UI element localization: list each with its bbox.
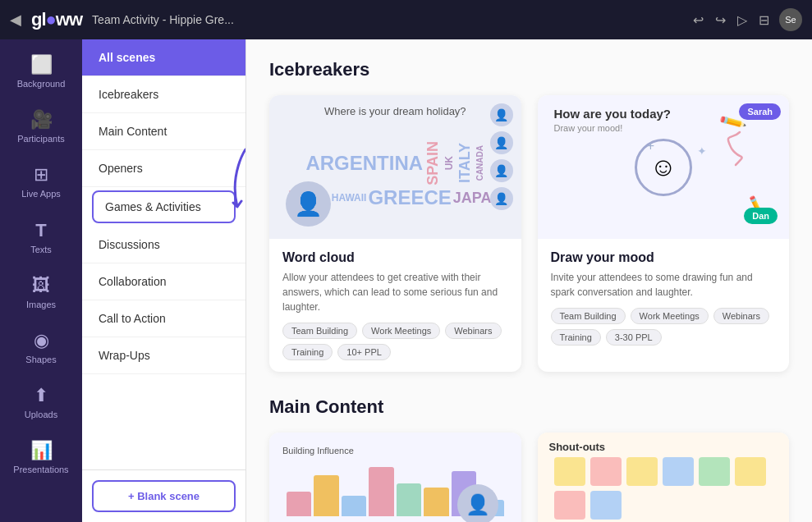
word-cloud-avatars: 👤 👤 👤 👤 <box>490 103 513 210</box>
sticky-4 <box>663 457 694 486</box>
shoutouts-card[interactable]: Shout-outs <box>538 433 790 522</box>
sidebar-item-texts[interactable]: T Texts <box>5 212 77 263</box>
main-content-grid: Building Influence <box>269 433 789 522</box>
avatar[interactable]: Se <box>779 8 802 31</box>
word-cloud-question: Where is your dream holiday? <box>324 105 466 117</box>
icon-sidebar: ⬜ Background 🎥 Participants ⊞ Live Apps … <box>0 39 82 522</box>
bar-4 <box>369 467 393 516</box>
scene-panel-footer: + Blank scene <box>82 469 245 522</box>
sidebar-label-texts: Texts <box>30 245 52 255</box>
main-layout: ⬜ Background 🎥 Participants ⊞ Live Apps … <box>0 39 812 522</box>
draw-mood-tags: Team Building Work Meetings Webinars Tra… <box>551 308 777 346</box>
caption-button[interactable]: ⊟ <box>759 12 769 28</box>
scene-item-all-scenes[interactable]: All scenes <box>82 39 245 76</box>
draw-mood-card[interactable]: How are you today? Draw your mood! Sarah… <box>538 95 790 372</box>
word-canada: CANADA <box>475 145 484 181</box>
tag-dm-webinars: Webinars <box>713 308 769 324</box>
icebreakers-section-title: Icebreakers <box>269 59 789 80</box>
logo: gl●ww <box>31 9 82 30</box>
sidebar-label-background: Background <box>17 79 66 89</box>
bar-6 <box>424 488 448 516</box>
background-icon: ⬜ <box>30 54 53 76</box>
word-cloud-content: Where is your dream holiday? ARGENTINA S… <box>269 95 521 239</box>
word-greece: GREECE <box>368 186 451 209</box>
sticky-8 <box>590 491 622 520</box>
dm-subtitle: Draw your mood! <box>554 123 623 133</box>
word-cloud-info: Word cloud Allow your attendees to get c… <box>269 239 521 372</box>
bar-3 <box>342 496 366 516</box>
word-hawaii: HAWAII <box>332 192 367 204</box>
draw-mood-preview: How are you today? Draw your mood! Sarah… <box>538 95 790 239</box>
draw-mood-info: Draw your mood Invite your attendees to … <box>538 239 790 357</box>
avatar-4: 👤 <box>490 187 513 210</box>
undo-button[interactable]: ↩ <box>693 12 704 28</box>
word-cloud-desc: Allow your attendees to get creative wit… <box>282 270 508 314</box>
scene-item-icebreakers[interactable]: Icebreakers <box>82 76 245 113</box>
blank-scene-button[interactable]: + Blank scene <box>92 480 236 512</box>
word-cloud-name: Word cloud <box>282 250 508 265</box>
sidebar-label-participants: Participants <box>17 134 64 144</box>
scene-item-call-to-action[interactable]: Call to Action <box>82 300 245 337</box>
chart-avatar: 👤 <box>457 484 498 523</box>
sidebar-item-background[interactable]: ⬜ Background <box>5 46 77 98</box>
bar-2 <box>314 475 338 516</box>
main-content-section: Main Content Building Influence <box>269 396 789 522</box>
sidebar-item-presentations[interactable]: 📊 Presentations <box>5 432 77 483</box>
shoutouts-preview: Shout-outs <box>538 433 790 522</box>
sidebar-item-uploads[interactable]: ⬆ Uploads <box>5 377 77 428</box>
sidebar-item-images[interactable]: 🖼 Images <box>5 267 77 318</box>
images-icon: 🖼 <box>32 275 50 296</box>
word-cloud-tags: Team Building Work Meetings Webinars Tra… <box>282 323 508 360</box>
avatar-3: 👤 <box>490 159 513 182</box>
tag-dm-ppl: 3-30 PPL <box>606 329 662 346</box>
scene-item-openers[interactable]: Openers <box>82 150 245 187</box>
shoutouts-title: Shout-outs <box>549 441 606 453</box>
smiley-face: ☺ <box>635 139 692 196</box>
redo-button[interactable]: ↪ <box>715 12 726 28</box>
sticky-6 <box>735 457 766 486</box>
sparkle-decoration: ✦ <box>697 144 707 158</box>
tag-dm-team-building: Team Building <box>551 308 626 324</box>
sticky-5 <box>699 457 730 486</box>
sticky-3 <box>626 457 658 486</box>
sidebar-label-uploads: Uploads <box>25 410 57 420</box>
scene-item-discussions[interactable]: Discussions <box>82 227 245 263</box>
sarah-badge: Sarah <box>739 103 781 120</box>
word-argentina: ARGENTINA <box>305 152 423 175</box>
tag-dm-work-meetings: Work Meetings <box>631 308 709 324</box>
building-influence-card[interactable]: Building Influence <box>269 433 521 522</box>
sidebar-label-presentations: Presentations <box>13 465 68 475</box>
scene-list: All scenes Icebreakers Main Content Open… <box>82 39 245 469</box>
shapes-icon: ◉ <box>34 330 49 351</box>
word-spain: SPAIN <box>424 141 442 185</box>
draw-mood-desc: Invite your attendees to some drawing fu… <box>551 270 777 300</box>
bar-1 <box>287 492 311 516</box>
scene-item-collaboration[interactable]: Collaboration <box>82 263 245 300</box>
tag-webinars: Webinars <box>445 323 501 339</box>
sidebar-item-shapes[interactable]: ◉ Shapes <box>5 322 77 373</box>
dan-badge: Dan <box>744 208 778 224</box>
shoutouts-content: Shout-outs <box>538 433 790 522</box>
sticky-2 <box>590 457 622 486</box>
texts-icon: T <box>35 220 46 241</box>
preview-button[interactable]: ▷ <box>737 12 747 28</box>
tag-team-building: Team Building <box>282 323 357 339</box>
scene-item-games-activities[interactable]: Games & Activities <box>92 190 236 223</box>
back-button[interactable]: ◀ <box>10 11 21 29</box>
topbar-actions: ↩ ↪ ▷ ⊟ <box>693 12 769 28</box>
scene-item-wrap-ups[interactable]: Wrap-Ups <box>82 337 245 374</box>
presentations-icon: 📊 <box>30 440 53 461</box>
content-area: Icebreakers Where is your dream holiday?… <box>246 39 812 522</box>
word-uk: UK <box>443 156 455 170</box>
page-title: Team Activity - Hippie Gre... <box>92 13 683 26</box>
participants-icon: 🎥 <box>30 109 53 130</box>
bar-5 <box>397 483 421 516</box>
sidebar-item-participants[interactable]: 🎥 Participants <box>5 101 77 153</box>
tag-dm-training: Training <box>551 329 601 346</box>
scene-item-main-content[interactable]: Main Content <box>82 113 245 150</box>
word-cloud-card[interactable]: Where is your dream holiday? ARGENTINA S… <box>269 95 521 372</box>
tag-training: Training <box>282 344 333 360</box>
sidebar-item-live-apps[interactable]: ⊞ Live Apps <box>5 156 77 208</box>
icebreakers-grid: Where is your dream holiday? ARGENTINA S… <box>269 95 789 372</box>
dm-question: How are you today? <box>554 107 672 121</box>
